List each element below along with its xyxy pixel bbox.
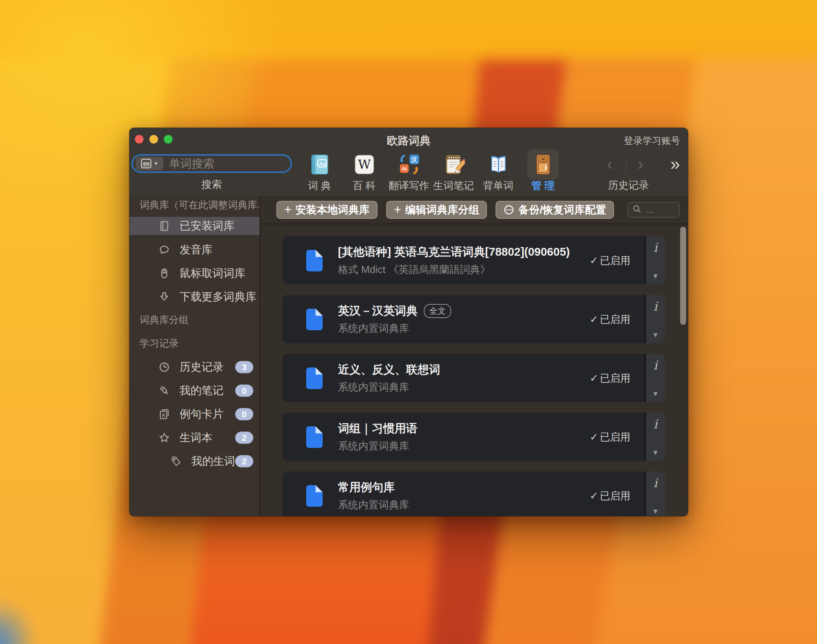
document-icon <box>305 308 323 330</box>
expand-row-button[interactable]: ▼ <box>652 331 659 338</box>
document-icon <box>305 367 323 389</box>
cabinet-icon <box>532 153 554 176</box>
close-button[interactable] <box>135 135 143 144</box>
sidebar-item-pronunciation-lib[interactable]: 发音库 <box>129 238 260 262</box>
wikipedia-icon: W <box>353 153 376 176</box>
tab-encyclopedia[interactable]: W 百 科 <box>342 148 387 195</box>
tab-manage[interactable]: 管 理 <box>521 148 565 195</box>
tab-label-dictionary: 词 典 <box>295 179 344 193</box>
sidebar-section-header: 词典库分组 <box>140 315 260 325</box>
sidebar-item-my-words[interactable]: 我的生词... 2 <box>129 449 260 473</box>
dict-title: 英汉－汉英词典 <box>338 303 418 319</box>
book-icon <box>158 220 170 232</box>
info-button[interactable]: i <box>654 242 657 254</box>
language-book-icon: en <box>141 159 151 168</box>
count-badge: 3 <box>235 361 253 373</box>
count-badge: 2 <box>235 455 253 468</box>
dict-title: 词组｜习惯用语 <box>338 421 417 437</box>
sidebar-section-header: 学习记录 <box>140 338 260 348</box>
expand-row-button[interactable]: ▼ <box>652 390 659 397</box>
sidebar: 词典库（可在此调整词典库... 已安装词库 发音库 鼠标取词词库 下载更多词典库… <box>129 196 260 516</box>
word-search-field[interactable]: en ▼ <box>131 154 292 173</box>
translate-icon: 汉AI <box>398 153 420 176</box>
check-icon: ✓ <box>590 313 598 325</box>
search-language-selector[interactable]: en ▼ <box>136 157 163 170</box>
tab-memorize-words[interactable]: 背单词 <box>476 148 521 195</box>
dict-title: 常用例句库 <box>338 480 395 495</box>
sidebar-item-download-more-dicts[interactable]: 下载更多词典库 <box>129 285 260 309</box>
flashcard-icon: A <box>158 408 170 420</box>
document-icon <box>305 249 323 271</box>
install-local-dict-button[interactable]: + 安装本地词典库 <box>276 201 378 219</box>
search-section-label: 搜索 <box>131 178 292 191</box>
sidebar-item-mouse-lookup-dicts[interactable]: 鼠标取词词库 <box>129 262 260 285</box>
minimize-button[interactable] <box>149 135 158 144</box>
tag-icon <box>170 455 182 467</box>
tab-label-vocab-notes: 生词笔记 <box>429 179 478 193</box>
svg-text:汉: 汉 <box>411 156 418 163</box>
document-icon <box>305 426 323 448</box>
backup-restore-button[interactable]: 备份/恢复词库配置 <box>496 201 614 219</box>
info-button[interactable]: i <box>654 300 657 313</box>
plus-icon: + <box>394 203 401 216</box>
forward-button[interactable]: › <box>638 156 643 173</box>
dict-row[interactable]: 常用例句库 系统内置词典库 ✓ 已启用 i ▼ <box>282 471 665 516</box>
dict-title: 近义、反义、联想词 <box>338 362 440 378</box>
tab-label-translation-writing: 翻译写作 <box>384 179 434 193</box>
count-badge: 0 <box>235 385 253 397</box>
ellipsis-circle-icon <box>503 204 514 215</box>
check-icon: ✓ <box>590 431 598 443</box>
enabled-status: ✓ 已启用 <box>590 430 630 444</box>
sidebar-item-sentence-cards[interactable]: A 例句卡片 0 <box>129 402 260 426</box>
dict-row[interactable]: [其他语种] 英语乌克兰语词典[78802](090605) 格式 Mdict … <box>282 236 665 284</box>
dict-filter-input[interactable] <box>645 204 670 216</box>
dict-manage-content: + 安装本地词典库 + 编辑词典库分组 备份/恢复词库配置 [其他语种] 英语乌… <box>260 196 688 516</box>
sidebar-item-wordbook[interactable]: 生词本 2 <box>129 426 260 449</box>
open-book-icon <box>487 153 510 176</box>
search-icon <box>632 204 642 215</box>
dict-filter-field[interactable] <box>628 202 680 218</box>
mouse-icon <box>158 267 170 279</box>
history-section-label: 历史记录 <box>595 178 662 192</box>
info-button[interactable]: i <box>654 477 657 489</box>
document-icon <box>305 485 323 507</box>
eudic-window: 欧路词典 登录学习账号 en ▼ 搜索 Aa 词 典 W 百 科 汉AI 翻译写… <box>129 128 688 516</box>
dict-subtitle: 系统内置词典库 <box>338 380 440 394</box>
scrollbar-thumb[interactable] <box>680 227 686 325</box>
count-badge: 0 <box>235 408 253 420</box>
dict-subtitle: 系统内置词典库 <box>338 439 417 453</box>
dict-row[interactable]: 近义、反义、联想词 系统内置词典库 ✓ 已启用 i ▼ <box>282 354 665 402</box>
tab-translation-writing[interactable]: 汉AI 翻译写作 <box>387 148 431 195</box>
tab-vocab-notes[interactable]: 生词笔记 <box>431 148 476 195</box>
expand-row-button[interactable]: ▼ <box>652 508 659 515</box>
chevron-down-icon: ▼ <box>154 161 158 166</box>
info-button[interactable]: i <box>654 418 657 430</box>
dict-subtitle: 系统内置词典库 <box>338 498 409 512</box>
check-icon: ✓ <box>590 254 598 266</box>
dict-title: [其他语种] 英语乌克兰语词典[78802](090605) <box>338 244 570 260</box>
app-title: 欧路词典 <box>247 133 570 148</box>
edit-dict-groups-button[interactable]: + 编辑词典库分组 <box>386 201 487 219</box>
login-account-button[interactable]: 登录学习账号 <box>624 135 680 147</box>
dict-row[interactable]: 词组｜习惯用语 系统内置词典库 ✓ 已启用 i ▼ <box>282 413 665 461</box>
dictionary-book-icon: Aa <box>309 153 331 176</box>
enabled-status: ✓ 已启用 <box>590 312 630 326</box>
tab-label-memorize-words: 背单词 <box>474 179 523 193</box>
sidebar-item-installed-dicts[interactable]: 已安装词库 <box>129 217 260 235</box>
actions-bar: + 安装本地词典库 + 编辑词典库分组 备份/恢复词库配置 <box>260 196 688 224</box>
dict-row[interactable]: 英汉－汉英词典 全文 系统内置词典库 ✓ 已启用 i ▼ <box>282 295 665 343</box>
tab-dictionary[interactable]: Aa 词 典 <box>297 148 342 195</box>
svg-text:AI: AI <box>401 166 407 171</box>
sidebar-item-my-notes[interactable]: 我的笔记 0 <box>129 379 260 402</box>
sidebar-item-history[interactable]: 历史记录 3 <box>129 355 260 379</box>
expand-row-button[interactable]: ▼ <box>652 273 659 280</box>
expand-row-button[interactable]: ▼ <box>652 449 659 456</box>
zoom-button[interactable] <box>164 135 172 144</box>
enabled-status: ✓ 已启用 <box>590 489 630 502</box>
tab-label-encyclopedia: 百 科 <box>340 179 389 193</box>
word-search-input[interactable] <box>163 157 290 170</box>
more-tools-button[interactable]: » <box>670 155 680 173</box>
back-button[interactable]: ‹ <box>607 156 612 173</box>
marker-icon <box>158 385 170 397</box>
info-button[interactable]: i <box>654 359 657 371</box>
